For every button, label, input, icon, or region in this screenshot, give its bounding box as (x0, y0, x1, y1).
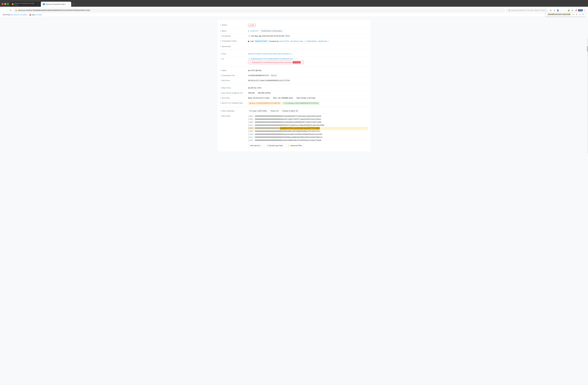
line-num-110: [110]: (248, 133, 254, 136)
browser-tab-1[interactable]: V Ethereum Transactions Index Com... ✕ (10, 2, 41, 7)
gas-fees-priority: Max Priority: 0.03 Gwei (296, 97, 315, 99)
traffic-light-yellow[interactable] (4, 3, 6, 5)
new-tab-button[interactable]: + (71, 2, 75, 7)
line-data-108-highlight: b5ab08d153218c1a6a5318b14eeb92df0fb168d6 (280, 127, 320, 130)
info-icon-input: ℹ (220, 115, 221, 117)
multisend-token-badge: Multisend Token (254, 40, 268, 43)
section-divider-2 (220, 67, 368, 67)
line-num-104: [104]: (248, 115, 254, 118)
to-address[interactable]: 0xB803b0E5E7457B135085E896FD7A3398b266cd… (251, 58, 293, 60)
value-label: ℹ Value: (220, 69, 248, 71)
back-button[interactable]: ‹ (2, 9, 4, 12)
decode-label: Decode Input Data (269, 145, 283, 147)
gas-limit-row: ℹ Gas Limit & Usage by Txn: 285,000 | 28… (220, 90, 368, 95)
pipe-2: | (294, 97, 295, 99)
action-from-addr[interactable]: 0x6071975f...49129A3c4 (279, 40, 300, 42)
line-data-110: 00000000000000000000000000035aeed3aa9657… (255, 133, 322, 136)
nonce-badge: Nonce: 45 (270, 109, 280, 112)
find-next-button[interactable]: ∨ (579, 13, 581, 16)
find-count: 0/1 (572, 14, 575, 15)
view-input-button[interactable]: View Input As ▼ (248, 144, 264, 148)
fail-icon: ● (250, 24, 251, 26)
eth-price-value[interactable]: $3,763.55 (+21.63%) (11, 14, 27, 16)
copy-to-icon[interactable]: ⧉ (294, 58, 295, 60)
search-placeholder: Search by Address / Txn Hash / Block / T… (511, 9, 546, 11)
puzzle-icon[interactable]: 🧩 (567, 9, 570, 12)
eth-price-section: ETH Price: $3,763.55 (+21.63%) (3, 14, 27, 16)
to-value: 📄 0xB803b0E5E7457B135085E896FD7A3398b266… (248, 58, 368, 64)
pin-icon[interactable]: 📌 (574, 9, 578, 12)
block-number-link[interactable]: 19187479 (250, 30, 258, 32)
line-num-106: [106]: (248, 121, 254, 124)
decode-button[interactable]: ⬡ Decode Input Data (265, 144, 285, 148)
etherscan-search[interactable]: 🔍 Search by Address / Txn Hash / Block /… (506, 9, 548, 12)
extensions-icon[interactable]: ⊞ (549, 9, 552, 12)
tab-close-1[interactable]: ✕ (38, 3, 39, 5)
gas-fees-max: Max: 132.1984688 Gwei (273, 97, 293, 99)
tab-close-2[interactable]: ✕ (68, 3, 69, 5)
block-confirmations: 730829 Block Confirmations (260, 30, 283, 32)
menu-icon[interactable]: ≡ (583, 9, 586, 12)
input-line-112: [112]: 000000000000000000000000000c62024… (248, 139, 368, 142)
page-header: ETH Price: $3,763.55 (+21.63%) ⛽ Gas: 25… (0, 13, 588, 17)
from-row: ℹ From: 0x6071975f8A7cC426ce9716736531d4… (220, 51, 368, 56)
traffic-light-green[interactable] (7, 3, 9, 5)
out-of-gas-badge: out of gas (293, 62, 301, 63)
address-bar[interactable]: 🔒 etherscan.io/tx/0xb733dd698bc9b0803169… (13, 9, 505, 12)
action-row: ℹ Transaction Action: ▶ Call Multisend T… (220, 39, 368, 44)
lock-icon: 🔒 (15, 9, 17, 11)
gas-fees-value: Base: 58.221112171 Gwei | Max: 132.19846… (248, 97, 368, 99)
ether-price-row: ℹ Ether Price: $2,487.62 / ETH (220, 86, 368, 90)
scrollbar-thumb[interactable] (587, 46, 588, 52)
input-data-block: [104]: 0000000000000000000000000084fe5da… (248, 115, 368, 142)
alert-icon[interactable]: ⚠ (560, 9, 563, 12)
info-icon-block: ℹ (220, 30, 221, 32)
input-line-104: [104]: 0000000000000000000000000084fe5da… (248, 115, 368, 118)
eth-price-label: ETH Price: (3, 14, 11, 16)
download-icon[interactable]: ⬇ (553, 9, 556, 12)
browser-tab-2[interactable]: E Ethereum Transaction Hash |... ✕ (41, 2, 71, 7)
advanced-filter-button[interactable]: ⚡ Advanced Filter (286, 144, 304, 148)
info-icon-other: ℹ (220, 110, 221, 112)
input-line-111: [111]: 000000000000000000000000000b93d85… (248, 136, 368, 139)
gas-value[interactable]: 25 Gwei (36, 14, 42, 16)
traffic-light-red[interactable] (2, 3, 3, 5)
edit-icon[interactable]: ✏ (328, 40, 330, 42)
other-attr-label: ℹ Other Attributes: (220, 110, 248, 112)
gas-label-text: Gas: (32, 14, 35, 16)
find-close-button[interactable]: ✕ (582, 13, 584, 16)
copy-from-icon[interactable]: ⧉ (292, 53, 293, 55)
sponsored-row: ℹ Sponsored: (220, 44, 368, 49)
pipe-1: | (271, 97, 272, 99)
reload-button[interactable]: ↻ (9, 9, 12, 12)
info-icon-status: ℹ (220, 24, 221, 26)
tab-label-1: Ethereum Transactions Index Com... (14, 2, 36, 6)
from-address[interactable]: 0x6071975f8A7cC426ce9716736531d4c49129A3… (248, 53, 290, 55)
main-content: ℹ Status: ● Fail ℹ Block: ● (217, 20, 371, 152)
warning-triangle-icon: ⚠ (296, 58, 298, 60)
gas-price-row: ℹ Gas Price: 58.251112171 Gwei (0.000000… (220, 78, 368, 83)
find-input[interactable] (546, 13, 572, 16)
bookmark-icon[interactable]: ☆ (564, 9, 567, 12)
scrollbar-track[interactable] (587, 38, 588, 153)
line-num-105: [105]: (248, 118, 254, 121)
input-data-value: [104]: 0000000000000000000000000084fe5da… (248, 115, 368, 148)
action-contract-addr[interactable]: 0xB803b0E5...8b266cd43 (306, 40, 327, 42)
find-prev-button[interactable]: ∧ (575, 13, 578, 16)
forward-button[interactable]: › (5, 9, 7, 12)
tab-label-2: Ethereum Transaction Hash |... (46, 3, 67, 5)
line-data-107: 000000000000000000000000000003262f13a39e… (255, 124, 324, 127)
info-icon-action: ℹ (220, 40, 221, 42)
grid-icon[interactable]: ⊞ (571, 9, 574, 12)
action-call: Call (250, 40, 253, 42)
value-amount: ◈ 0 ETH ($0.00) (248, 69, 368, 71)
gas-limit-value: 285,000 | 285,000 (100%) (248, 92, 368, 94)
status-label: ℹ Status: (220, 24, 248, 26)
profile-icon[interactable]: 👤 (556, 9, 559, 12)
fee-usd: $62.48 (270, 74, 277, 77)
txn-type-badge: Txn Type: 2 (EIP-1559) (248, 109, 268, 112)
savings-amount: ✦ Txn Savings: 0.021074996639265 ETH ($7… (282, 102, 319, 105)
ether-price-label: ℹ Ether Price: (220, 87, 248, 89)
ether-price-value: $2,487.62 / ETH (248, 87, 368, 89)
burnt-value: 🔥 Burnt: 0.016593016968735 ETH ($62.45) … (248, 102, 368, 105)
